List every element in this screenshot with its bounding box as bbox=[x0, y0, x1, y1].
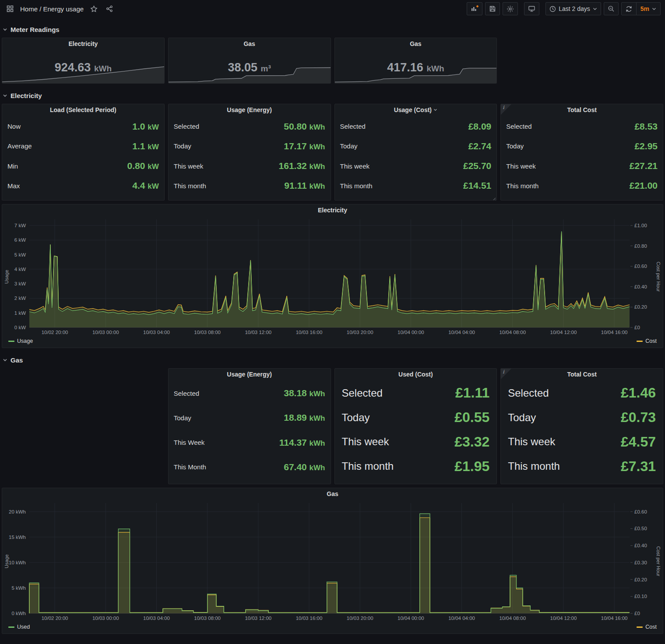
gear-icon bbox=[507, 5, 514, 13]
section-header-meter-readings[interactable]: Meter Readings bbox=[3, 25, 663, 34]
star-icon[interactable] bbox=[88, 3, 99, 14]
save-dashboard-button[interactable] bbox=[485, 2, 500, 15]
section-header-gas[interactable]: Gas bbox=[3, 355, 663, 365]
chart-plot-area[interactable]: 10/02 20:0010/03 00:0010/03 04:0010/03 0… bbox=[2, 216, 663, 337]
stat-rows: Selected38.18 kWhToday18.89 kWhThis Week… bbox=[169, 380, 331, 484]
legend-dash bbox=[637, 341, 643, 342]
stat-value-number: 67.40 bbox=[284, 462, 307, 472]
chart-svg[interactable]: 10/02 20:0010/03 00:0010/03 04:0010/03 0… bbox=[2, 216, 663, 337]
resize-handle[interactable] bbox=[492, 195, 496, 200]
panel-title-text: Total Cost bbox=[567, 371, 596, 378]
panel-title[interactable]: Usage (Energy) bbox=[169, 104, 331, 116]
clock-icon bbox=[549, 6, 556, 12]
chart-plot-area[interactable]: 10/02 20:0010/03 00:0010/03 04:0010/03 0… bbox=[2, 500, 663, 623]
legend-label: Cost bbox=[645, 624, 657, 630]
panel-title[interactable]: Load (Selected Period) bbox=[2, 104, 164, 116]
stat-row: Selected£8.09 bbox=[340, 121, 492, 132]
legend-item-cost[interactable]: Cost bbox=[637, 624, 657, 630]
panel-title[interactable]: Total Cost bbox=[501, 104, 663, 116]
stat-row: This Week114.37 kWh bbox=[174, 437, 325, 448]
tv-mode-button[interactable] bbox=[524, 2, 539, 15]
stat-rows: Selected£1.46Today£0.73This week£4.57Thi… bbox=[501, 380, 663, 484]
chart-legend: UsageCost bbox=[2, 337, 663, 348]
legend-item-used[interactable]: Used bbox=[8, 624, 30, 630]
panel-title[interactable]: Usage (Energy) bbox=[169, 369, 331, 380]
gas-stats-row: Usage (Energy)Selected38.18 kWhToday18.8… bbox=[2, 368, 663, 484]
stat-row: This month£14.51 bbox=[340, 180, 492, 191]
panel-meter-gas-2: Gas417.16 kWh bbox=[334, 38, 497, 84]
stat-value-unit: kWh bbox=[310, 390, 325, 398]
svg-text:10/04 04:00: 10/04 04:00 bbox=[448, 330, 475, 335]
stat-row: Today£0.55 bbox=[342, 409, 490, 426]
svg-text:6 kW: 6 kW bbox=[14, 237, 26, 243]
dashboards-grid-icon[interactable] bbox=[4, 3, 16, 14]
svg-text:10/03 08:00: 10/03 08:00 bbox=[194, 616, 221, 621]
stat-value-number: £1.46 bbox=[621, 385, 656, 401]
svg-text:10/04 12:00: 10/04 12:00 bbox=[550, 330, 577, 335]
legend-item-usage[interactable]: Usage bbox=[8, 338, 33, 344]
stat-value-number: 417.16 bbox=[387, 61, 423, 74]
chart-legend: UsedCost bbox=[2, 623, 663, 633]
stat-row: This week£4.57 bbox=[508, 434, 656, 450]
chevron-down-icon bbox=[433, 109, 437, 111]
chevron-down-icon bbox=[433, 109, 437, 111]
panel-title[interactable]: Gas bbox=[335, 38, 497, 49]
stat-value: £1.95 bbox=[454, 458, 489, 475]
svg-text:£0.50: £0.50 bbox=[634, 526, 647, 531]
share-icon[interactable] bbox=[104, 3, 115, 14]
legend-dash bbox=[637, 626, 643, 628]
dashboard-settings-button[interactable] bbox=[503, 2, 518, 15]
panel-title-text: Total Cost bbox=[567, 106, 596, 113]
time-range-picker[interactable]: Last 2 days bbox=[545, 2, 601, 15]
breadcrumb[interactable]: Home / Energy usage bbox=[20, 5, 84, 13]
panel-title-text: Electricity bbox=[318, 207, 347, 214]
svg-text:10/03 04:00: 10/03 04:00 bbox=[143, 616, 170, 621]
panel-title[interactable]: Usage (Cost) bbox=[335, 104, 497, 116]
stat-value-number: £8.53 bbox=[634, 121, 658, 131]
gas-chart-panel: Gas10/02 20:0010/03 00:0010/03 04:0010/0… bbox=[2, 488, 663, 634]
svg-text:0 kWh: 0 kWh bbox=[11, 611, 26, 616]
meter-body: 38.05 m³ bbox=[169, 49, 331, 83]
svg-text:£0.10: £0.10 bbox=[634, 594, 647, 599]
panel-title[interactable]: Used (Cost) bbox=[335, 369, 497, 380]
zoom-out-time-button[interactable] bbox=[604, 2, 619, 15]
refresh-group: 5m bbox=[621, 2, 661, 15]
svg-text:5 kWh: 5 kWh bbox=[11, 585, 26, 591]
section-header-electricity[interactable]: Electricity bbox=[3, 91, 663, 100]
svg-text:3 kW: 3 kW bbox=[14, 281, 26, 286]
panel-title[interactable]: Electricity bbox=[2, 204, 663, 216]
svg-text:£0.60: £0.60 bbox=[634, 264, 647, 269]
refresh-button[interactable] bbox=[622, 3, 636, 15]
stat-value-unit: m³ bbox=[261, 64, 271, 73]
stat-value-unit: kWh bbox=[310, 182, 325, 190]
section-title: Meter Readings bbox=[11, 26, 60, 33]
stat-value: £8.53 bbox=[634, 121, 658, 132]
chart-svg[interactable]: 10/02 20:0010/03 00:0010/03 04:0010/03 0… bbox=[2, 500, 663, 623]
refresh-interval-dropdown[interactable]: 5m bbox=[636, 3, 660, 15]
panel-title-text: Used (Cost) bbox=[398, 371, 433, 378]
panel-title[interactable]: Gas bbox=[169, 38, 331, 49]
info-icon[interactable]: i bbox=[501, 369, 511, 379]
stat-value: £14.51 bbox=[463, 180, 491, 191]
empty-grid-slot bbox=[2, 368, 165, 484]
stat-row: Today£2.95 bbox=[506, 141, 658, 151]
stat-label: Selected bbox=[174, 390, 199, 397]
svg-text:£1.00: £1.00 bbox=[634, 223, 647, 228]
svg-text:7 kW: 7 kW bbox=[14, 223, 26, 228]
y-axis-label: Usage bbox=[4, 270, 9, 284]
stat-value-number: 91.11 bbox=[284, 180, 306, 190]
stat-value: £0.55 bbox=[454, 409, 489, 426]
svg-text:10/03 04:00: 10/03 04:00 bbox=[143, 330, 170, 335]
panel-title[interactable]: Gas bbox=[2, 488, 663, 500]
info-icon[interactable]: i bbox=[501, 104, 511, 115]
add-panel-button[interactable] bbox=[467, 2, 482, 15]
legend-item-cost[interactable]: Cost bbox=[637, 338, 657, 344]
section-title: Electricity bbox=[11, 92, 42, 99]
svg-text:£0.20: £0.20 bbox=[634, 304, 647, 310]
stat-label: Today bbox=[174, 142, 191, 150]
stat-value-number: 0.80 bbox=[127, 161, 145, 171]
stat-row: This Month67.40 kWh bbox=[174, 462, 325, 472]
panel-title[interactable]: Electricity bbox=[2, 38, 164, 49]
panel-title[interactable]: Total Cost bbox=[501, 369, 663, 380]
stat-value-number: 38.18 bbox=[284, 388, 307, 398]
